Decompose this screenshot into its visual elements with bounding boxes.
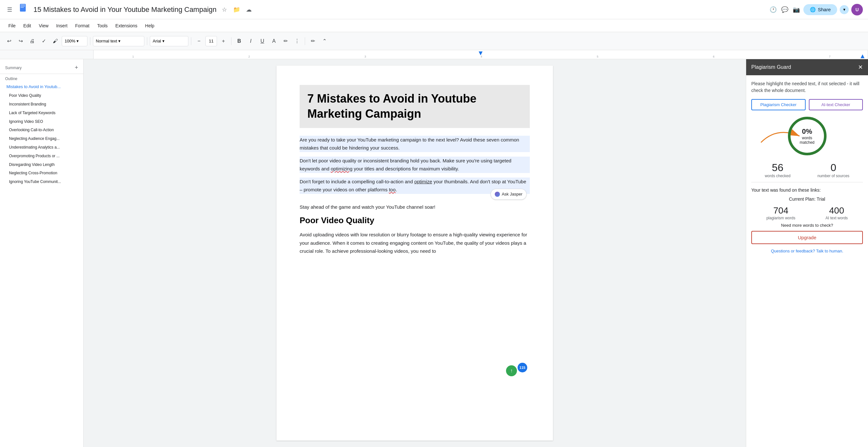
ai-text-checker-button[interactable]: AI-text Checker [809,99,863,110]
svg-rect-2 [21,6,25,6]
cloud-icon[interactable]: ☁ [244,5,253,14]
toolbar-divider-2 [147,37,147,45]
doc-para-2: Don't let poor video quality or inconsis… [300,157,530,173]
more-button[interactable]: ⋮ [292,36,302,46]
edit-pencil-button[interactable]: ✏ [308,36,318,46]
toolbar: ↩ ↪ 🖨 ✓ 🖌 100% ▾ Normal text ▾ Arial ▾ −… [0,32,868,50]
sidebar: Summary + Outline Mistakes to Avoid in Y… [0,59,84,447]
badge-arrow-up: ↑ [506,365,517,376]
sidebar-item-cross-promo[interactable]: Neglecting Cross-Promotion [0,169,83,178]
video-icon[interactable]: 📷 [792,5,801,14]
font-color-button[interactable]: A [269,36,279,46]
menu-file[interactable]: File [5,22,19,30]
ruler: 1 2 3 4 5 6 7 [0,50,868,59]
sidebar-item-analytics[interactable]: Underestimating Analytics a... [0,143,83,152]
menu-extensions[interactable]: Extensions [112,22,141,30]
ruler-num-6: 6 [713,55,714,58]
bold-button[interactable]: B [234,36,244,46]
sources-number: 0 [817,162,849,174]
menu-insert[interactable]: Insert [53,22,71,30]
ask-jasper-button[interactable]: Ask Jasper [491,189,527,200]
ruler-num-5: 5 [597,55,598,58]
redo-button[interactable]: ↪ [16,36,26,46]
doc-para-1: Are you ready to take your YouTube marke… [300,136,530,152]
doc-title[interactable]: 15 Mistakes to Avoid in Your Youtube Mar… [33,5,217,14]
section2-title: Poor Video Quality [300,215,530,226]
close-icon[interactable]: ✕ [858,64,863,71]
ruler-num-3: 3 [365,55,366,58]
undo-button[interactable]: ↩ [4,36,14,46]
font-select[interactable]: Arial ▾ [150,36,188,46]
menu-help[interactable]: Help [142,22,157,30]
menu-edit[interactable]: Edit [20,22,34,30]
ruler-num-7: 7 [829,55,831,58]
sidebar-item-cta[interactable]: Overlooking Call-to-Action [0,126,83,135]
sidebar-item-community[interactable]: Ignoring YouTube Communit... [0,178,83,186]
underline-button[interactable]: U [257,36,268,46]
ask-jasper-label: Ask Jasper [502,191,522,198]
font-size-decrease[interactable]: − [194,36,204,46]
font-size-increase[interactable]: + [218,36,228,46]
sidebar-item-poor-video[interactable]: Poor Video Quality [0,91,83,100]
ruler-num-2: 2 [248,55,250,58]
panel-title: Plagiarism Guard [751,64,791,70]
need-more-text: Need more words to check? [751,223,863,228]
doc-main-title: 7 Mistakes to Avoid in Youtube Marketing… [307,91,522,122]
menu-view[interactable]: View [36,22,52,30]
chat-icon[interactable]: 💬 [780,5,789,14]
sources-label: number of sources [817,174,849,178]
stats-row: 56 words checked 0 number of sources [751,162,863,182]
plagiarism-panel: Plagiarism Guard ✕ Please highlight the … [746,59,868,447]
sidebar-item-audience[interactable]: Neglecting Audience Engag... [0,135,83,143]
menu-tools[interactable]: Tools [94,22,111,30]
sidebar-item-seo[interactable]: Ignoring Video SEO [0,117,83,126]
menu-icon[interactable]: ☰ [5,5,14,14]
sidebar-item-inconsistent[interactable]: Inconsistent Branding [0,100,83,109]
highlight-button[interactable]: ✏ [280,36,290,46]
print-button[interactable]: 🖨 [27,36,37,46]
main-layout: Summary + Outline Mistakes to Avoid in Y… [0,59,868,447]
toolbar-divider-3 [191,37,191,45]
zoom-select[interactable]: 100% ▾ [62,36,88,46]
spellcheck-button[interactable]: ✓ [38,36,49,46]
star-icon[interactable]: ☆ [220,5,229,14]
ruler-num-1: 1 [132,55,134,58]
history-icon[interactable]: 🕐 [769,5,778,14]
doc-page: 7 Mistakes to Avoid in Youtube Marketing… [277,66,553,441]
font-size-display[interactable]: 11 [206,36,217,46]
svg-rect-3 [21,7,24,8]
badge-count: 115 [518,363,527,372]
doc-para-stay: Stay ahead of the game and watch your Yo… [300,203,530,211]
toolbar-divider-4 [231,37,231,45]
words-checked-stat: 56 words checked [765,162,790,178]
plagiarism-words-number: 704 [767,206,795,216]
italic-button[interactable]: I [246,36,256,46]
plagiarism-checker-button[interactable]: Plagiarism Checker [751,99,806,110]
expand-button[interactable]: ⌃ [319,36,330,46]
sidebar-item-keywords[interactable]: Lack of Targeted Keywords [0,109,83,117]
svg-rect-1 [21,4,25,5]
circle-ring: 0% words matched [788,117,827,155]
paint-format-button[interactable]: 🖌 [50,36,60,46]
paragraph-style-select[interactable]: Normal text ▾ [93,36,144,46]
sidebar-add-icon[interactable]: + [74,64,78,71]
sidebar-item-overpromoting[interactable]: Overpromoting Products or ... [0,152,83,160]
sidebar-item-main[interactable]: Mistakes to Avoid in Youtub... [0,82,83,91]
doc-title-section: 7 Mistakes to Avoid in Youtube Marketing… [300,85,530,128]
share-caret[interactable]: ▾ [840,5,849,14]
avatar: U [851,4,863,16]
upgrade-button[interactable]: Upgrade [751,231,863,244]
sources-stat: 0 number of sources [817,162,849,178]
sidebar-outline-label: Outline [0,75,83,82]
doc-area[interactable]: 7 Mistakes to Avoid in Youtube Marketing… [84,59,746,447]
menu-format[interactable]: Format [72,22,93,30]
share-button[interactable]: 🌐 Share [803,4,837,15]
section2-para: Avoid uploading videos with low resoluti… [300,231,530,255]
questions-link[interactable]: Questions or feedback? Talk to human. [751,248,863,254]
sidebar-item-video-length[interactable]: Disregarding Video Length [0,160,83,169]
panel-body: Please highlight the needed text, if not… [746,75,868,447]
folder-icon[interactable]: 📁 [232,5,241,14]
ai-words-number: 400 [826,206,848,216]
found-text: Your text was found on these links: [751,187,863,192]
ruler-end-marker [861,54,865,58]
